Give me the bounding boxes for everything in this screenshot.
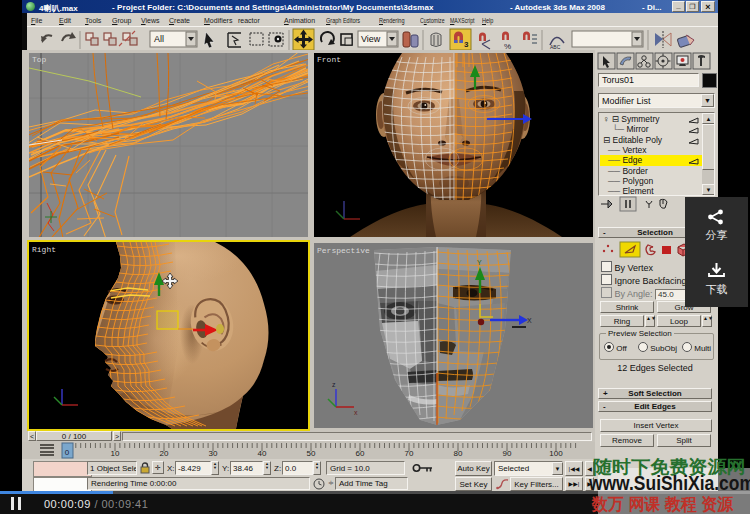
svg-text:Y: Y <box>477 259 482 266</box>
svg-text:40: 40 <box>258 449 267 458</box>
svg-text:100: 100 <box>549 449 563 458</box>
svg-text:View: View <box>361 34 381 44</box>
svg-text:Front: Front <box>317 55 341 64</box>
svg-text:60: 60 <box>356 449 365 458</box>
svg-text:Top: Top <box>32 55 47 64</box>
svg-text:X: X <box>527 317 532 324</box>
svg-text:50: 50 <box>307 449 316 458</box>
svg-text:3: 3 <box>464 40 469 49</box>
svg-text:x: x <box>354 409 358 416</box>
svg-text:z: z <box>332 381 336 388</box>
svg-text:Perspective: Perspective <box>317 246 370 255</box>
svg-text:20: 20 <box>160 449 169 458</box>
svg-text:Right: Right <box>32 245 56 254</box>
svg-text:30: 30 <box>209 449 218 458</box>
svg-text:10: 10 <box>111 449 120 458</box>
svg-text:All: All <box>154 34 164 44</box>
svg-text:0: 0 <box>65 448 70 457</box>
svg-text:80: 80 <box>454 449 463 458</box>
svg-text:90: 90 <box>503 449 512 458</box>
svg-text:70: 70 <box>405 449 414 458</box>
